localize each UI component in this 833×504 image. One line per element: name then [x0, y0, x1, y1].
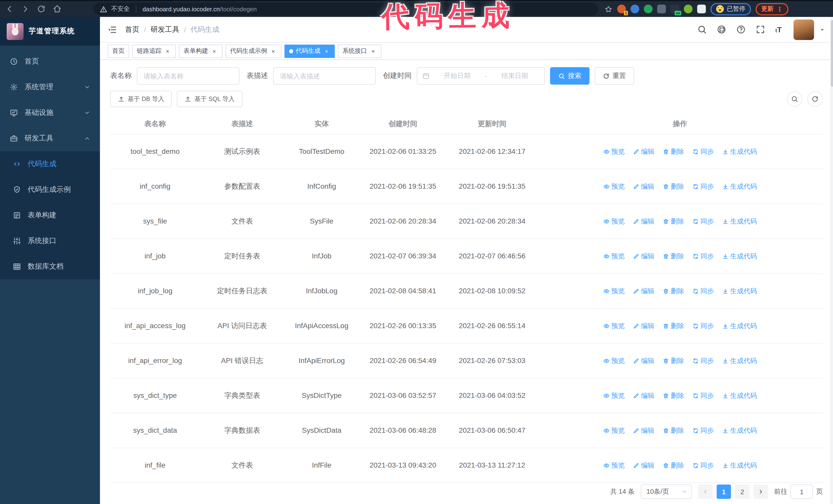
action-eye[interactable]: 预览 — [603, 425, 625, 436]
import-db-button[interactable]: 基于 DB 导入 — [110, 91, 172, 107]
security-label[interactable]: 不安全 — [111, 5, 130, 13]
action-sync[interactable]: 同步 — [692, 459, 714, 471]
action-edit[interactable]: 编辑 — [633, 250, 654, 262]
tab-链路追踪[interactable]: 链路追踪× — [132, 44, 176, 58]
tab-系统接口[interactable]: 系统接口× — [338, 44, 381, 58]
chevron-down-icon[interactable] — [819, 26, 825, 32]
action-sync[interactable]: 同步 — [692, 320, 714, 332]
extension-green-bot-icon[interactable] — [684, 5, 693, 13]
bookmark-star-icon[interactable] — [604, 5, 613, 13]
action-download[interactable]: 生成代码 — [722, 181, 757, 192]
extension-blue-gem-icon[interactable] — [630, 5, 639, 13]
font-size-icon[interactable]: tT — [775, 25, 782, 34]
extension-grid-icon[interactable] — [657, 5, 666, 13]
sidebar-item-codegen-example[interactable]: 代码生成示例 — [0, 177, 100, 202]
action-trash[interactable]: 删除 — [663, 285, 684, 297]
search-toggle-button[interactable] — [787, 91, 802, 106]
question-icon[interactable] — [736, 25, 746, 34]
prev-page-button[interactable] — [698, 484, 713, 499]
search-button[interactable]: 搜索 — [550, 67, 590, 85]
action-sync[interactable]: 同步 — [692, 146, 714, 158]
goto-page-input[interactable] — [790, 484, 813, 499]
action-trash[interactable]: 删除 — [663, 425, 684, 436]
home-icon[interactable] — [53, 5, 62, 13]
breadcrumb-devtools[interactable]: 研发工具 — [151, 25, 180, 34]
action-sync[interactable]: 同步 — [692, 355, 714, 367]
tab-close-icon[interactable]: × — [323, 47, 330, 55]
tab-代码生成[interactable]: 代码生成× — [285, 44, 335, 58]
extension-puzzle-icon[interactable] — [697, 5, 706, 13]
action-edit[interactable]: 编辑 — [633, 425, 654, 436]
sidebar-item-system-api[interactable]: 系统接口 — [0, 228, 100, 254]
tab-代码生成示例[interactable]: 代码生成示例× — [225, 44, 281, 58]
table-name-input[interactable] — [137, 67, 239, 85]
sidebar-item-form-builder[interactable]: 表单构建 — [0, 202, 100, 228]
page-size-select[interactable]: 10条/页 — [641, 484, 692, 499]
tab-首页[interactable]: 首页 — [108, 44, 129, 58]
table-desc-input[interactable] — [273, 67, 376, 85]
more-vert-icon[interactable]: ⋮ — [777, 5, 783, 13]
end-date-placeholder[interactable]: 结束日期 — [490, 71, 539, 80]
date-range-picker[interactable]: 开始日期 - 结束日期 — [417, 67, 545, 85]
sidebar-item-codegen[interactable]: 代码生成 — [0, 151, 100, 177]
github-icon[interactable] — [717, 25, 727, 34]
action-download[interactable]: 生成代码 — [722, 250, 757, 262]
back-icon[interactable] — [5, 5, 14, 13]
extension-green-check-icon[interactable] — [644, 5, 652, 13]
security-warning-icon[interactable] — [100, 5, 107, 13]
search-icon[interactable] — [697, 25, 707, 34]
tab-close-icon[interactable]: × — [370, 47, 377, 55]
action-trash[interactable]: 删除 — [663, 390, 684, 402]
action-edit[interactable]: 编辑 — [633, 355, 654, 367]
action-edit[interactable]: 编辑 — [633, 146, 654, 158]
action-edit[interactable]: 编辑 — [633, 459, 654, 471]
breadcrumb-home[interactable]: 首页 — [125, 25, 139, 34]
action-edit[interactable]: 编辑 — [633, 215, 654, 227]
action-eye[interactable]: 预览 — [603, 250, 625, 262]
action-eye[interactable]: 预览 — [603, 390, 625, 402]
import-sql-button[interactable]: 基于 SQL 导入 — [177, 91, 242, 107]
page-url[interactable]: dashboard.yudao.iocoder.cn/tool/codegen — [143, 5, 257, 13]
action-download[interactable]: 生成代码 — [722, 459, 757, 471]
action-edit[interactable]: 编辑 — [633, 285, 654, 297]
action-eye[interactable]: 预览 — [603, 181, 625, 192]
sidebar-item-system[interactable]: 系统管理 — [0, 74, 100, 100]
action-trash[interactable]: 删除 — [663, 459, 684, 471]
tab-close-icon[interactable]: × — [270, 47, 277, 55]
action-trash[interactable]: 删除 — [663, 146, 684, 158]
action-trash[interactable]: 删除 — [663, 215, 684, 227]
refresh-table-button[interactable] — [807, 91, 823, 106]
action-sync[interactable]: 同步 — [692, 425, 714, 436]
action-download[interactable]: 生成代码 — [722, 320, 757, 332]
action-edit[interactable]: 编辑 — [633, 320, 654, 332]
paused-badge[interactable]: 已暂停 — [711, 3, 751, 15]
action-sync[interactable]: 同步 — [692, 215, 714, 227]
sidebar-item-db-doc[interactable]: 数据库文档 — [0, 254, 100, 280]
action-trash[interactable]: 删除 — [663, 181, 684, 192]
action-trash[interactable]: 删除 — [663, 355, 684, 367]
action-eye[interactable]: 预览 — [603, 146, 625, 158]
page-button-2[interactable]: 2 — [735, 484, 749, 499]
action-download[interactable]: 生成代码 — [722, 390, 757, 402]
forward-icon[interactable] — [21, 5, 30, 13]
action-sync[interactable]: 同步 — [692, 390, 714, 402]
fullscreen-icon[interactable] — [756, 25, 766, 34]
action-edit[interactable]: 编辑 — [633, 390, 654, 402]
tab-表单构建[interactable]: 表单构建× — [179, 44, 222, 58]
action-sync[interactable]: 同步 — [692, 285, 714, 297]
sidebar-item-home[interactable]: 首页 — [0, 49, 100, 74]
action-eye[interactable]: 预览 — [603, 459, 625, 471]
extension-dark-on-icon[interactable]: on — [670, 5, 679, 13]
action-eye[interactable]: 预览 — [603, 320, 625, 332]
page-scrollbar[interactable] — [830, 17, 833, 504]
page-button-1[interactable]: 1 — [717, 484, 731, 499]
reset-button[interactable]: 重置 — [595, 67, 634, 85]
action-download[interactable]: 生成代码 — [722, 285, 757, 297]
action-edit[interactable]: 编辑 — [633, 181, 654, 192]
reload-icon[interactable] — [37, 5, 46, 13]
sidebar-item-devtools[interactable]: 研发工具 — [0, 126, 100, 151]
address-bar[interactable]: 不安全 dashboard.yudao.iocoder.cn/tool/code… — [93, 3, 598, 16]
app-logo[interactable]: 芋道管理系统 — [0, 17, 100, 46]
tab-close-icon[interactable]: × — [211, 47, 218, 55]
action-download[interactable]: 生成代码 — [722, 215, 757, 227]
